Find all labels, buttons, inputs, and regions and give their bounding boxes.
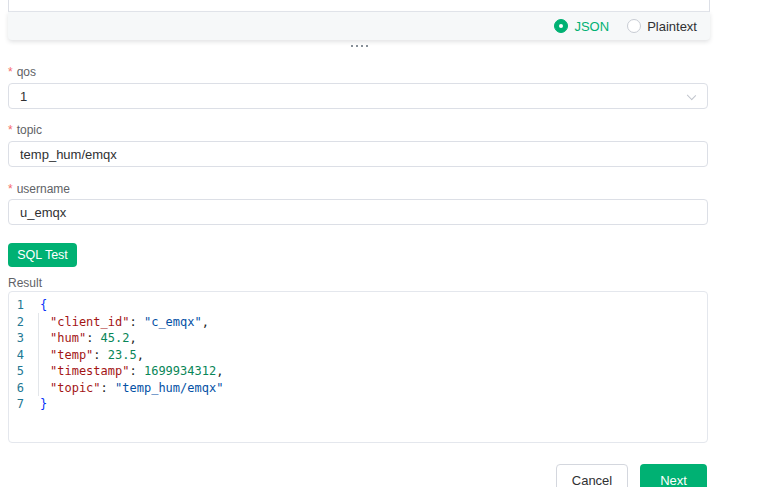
payload-format-toolbar: JSON Plaintext	[8, 12, 710, 40]
field-label-topic: * topic	[8, 122, 42, 137]
code-line-content: "topic": "temp_hum/emqx"	[40, 380, 223, 397]
required-asterisk: *	[8, 123, 13, 137]
username-label-text: username	[17, 182, 70, 196]
username-input[interactable]	[8, 199, 708, 225]
code-line-content: "hum": 45.2,	[40, 330, 137, 347]
code-line-content: "client_id": "c_emqx",	[40, 314, 209, 331]
resize-handle-dots-icon	[356, 45, 358, 47]
line-number: 6	[9, 380, 24, 397]
result-code: 1{2"client_id": "c_emqx",3"hum": 45.2,4"…	[9, 297, 707, 413]
line-number: 2	[9, 314, 24, 331]
radio-option-plaintext[interactable]: Plaintext	[627, 19, 697, 34]
code-line-content: }	[40, 396, 47, 413]
qos-select[interactable]	[8, 83, 708, 109]
required-asterisk: *	[8, 182, 13, 196]
radio-selected-icon	[554, 19, 568, 33]
radio-plaintext-label: Plaintext	[647, 19, 697, 34]
result-label: Result	[8, 276, 42, 290]
topic-label-text: topic	[17, 123, 42, 137]
code-line: 6"topic": "temp_hum/emqx"	[9, 380, 707, 397]
code-line: 3"hum": 45.2,	[9, 330, 707, 347]
indent-guide	[38, 313, 39, 396]
radio-unselected-icon	[627, 19, 641, 33]
radio-option-json[interactable]: JSON	[554, 19, 609, 34]
code-line: 1{	[9, 297, 707, 314]
topic-field	[8, 141, 708, 167]
topic-input[interactable]	[8, 141, 708, 167]
username-field	[8, 199, 708, 225]
code-line-content: "timestamp": 1699934312,	[40, 363, 223, 380]
line-number: 1	[9, 297, 24, 314]
radio-json-label: JSON	[574, 19, 609, 34]
result-code-editor[interactable]: 1{2"client_id": "c_emqx",3"hum": 45.2,4"…	[8, 291, 708, 443]
payload-editor-bottom[interactable]	[8, 0, 710, 12]
field-label-qos: * qos	[8, 64, 36, 79]
next-button[interactable]: Next	[640, 464, 707, 487]
code-line-content: "temp": 23.5,	[40, 347, 144, 364]
cancel-button[interactable]: Cancel	[556, 464, 628, 487]
resize-handle-dots-icon	[351, 45, 353, 47]
code-line-content: {	[40, 297, 47, 314]
line-number: 3	[9, 330, 24, 347]
qos-label-text: qos	[17, 65, 36, 79]
code-line: 5"timestamp": 1699934312,	[9, 363, 707, 380]
resize-handle-dots-icon	[361, 45, 363, 47]
line-number: 5	[9, 363, 24, 380]
code-line: 7}	[9, 396, 707, 413]
qos-value-input[interactable]	[8, 83, 708, 109]
required-asterisk: *	[8, 65, 13, 79]
field-label-username: * username	[8, 181, 70, 196]
resize-handle-dots-icon	[366, 45, 368, 47]
line-number: 4	[9, 347, 24, 364]
resize-handle[interactable]	[347, 42, 371, 50]
code-line: 2"client_id": "c_emqx",	[9, 314, 707, 331]
payload-editor-panel: JSON Plaintext	[8, 0, 710, 40]
line-number: 7	[9, 396, 24, 413]
code-line: 4"temp": 23.5,	[9, 347, 707, 364]
sql-test-button[interactable]: SQL Test	[8, 243, 77, 267]
